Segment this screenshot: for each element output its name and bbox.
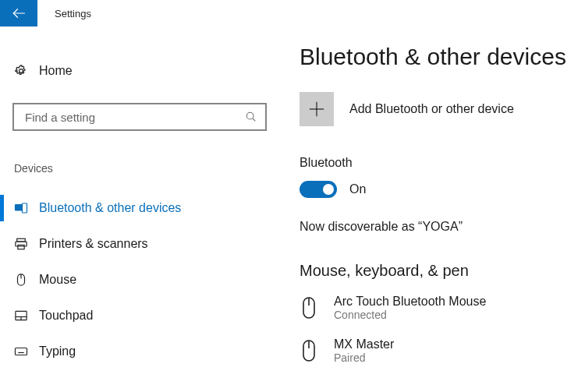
nav-printers-scanners[interactable]: Printers & scanners	[0, 226, 282, 262]
device-status: Paired	[334, 351, 394, 364]
device-name: MX Master	[334, 337, 394, 351]
nav-label: Mouse	[39, 273, 76, 287]
bluetooth-toggle[interactable]	[300, 181, 337, 198]
search-icon	[245, 111, 257, 123]
nav-bluetooth-other-devices[interactable]: Bluetooth & other devices	[0, 190, 282, 226]
search-input[interactable]	[23, 110, 240, 125]
nav-touchpad[interactable]: Touchpad	[0, 298, 282, 334]
search-box[interactable]	[12, 103, 267, 131]
svg-rect-5	[23, 203, 27, 213]
mouse-icon	[300, 339, 318, 362]
mouse-icon	[300, 296, 318, 320]
arrow-left-icon	[12, 6, 26, 20]
device-name: Arc Touch Bluetooth Mouse	[334, 294, 486, 309]
home-label: Home	[39, 64, 73, 78]
home-nav[interactable]: Home	[0, 56, 282, 86]
keyboard-icon	[14, 344, 28, 358]
bluetooth-toggle-state: On	[349, 182, 366, 196]
nav-typing[interactable]: Typing	[0, 334, 282, 369]
mouse-icon	[14, 273, 28, 287]
svg-rect-7	[16, 242, 27, 246]
add-device-label: Add Bluetooth or other device	[349, 102, 514, 116]
nav-label: Typing	[39, 344, 76, 358]
svg-rect-14	[16, 348, 27, 355]
discoverable-status: Now discoverable as “YOGA”	[300, 220, 585, 234]
nav-mouse[interactable]: Mouse	[0, 262, 282, 298]
svg-point-1	[20, 69, 23, 73]
svg-point-2	[246, 112, 254, 119]
nav-label: Bluetooth & other devices	[39, 201, 181, 215]
device-status: Connected	[334, 309, 486, 321]
devices-icon	[14, 201, 28, 215]
nav-label: Touchpad	[39, 309, 93, 323]
category-header: Devices	[0, 162, 282, 175]
svg-rect-8	[18, 245, 24, 249]
device-list-heading: Mouse, keyboard, & pen	[300, 262, 585, 280]
add-device-row[interactable]: Add Bluetooth or other device	[300, 92, 585, 126]
window-title: Settings	[37, 0, 91, 26]
gear-icon	[14, 64, 28, 78]
touchpad-icon	[14, 309, 28, 323]
device-item[interactable]: Arc Touch Bluetooth Mouse Connected	[300, 294, 585, 321]
bluetooth-section-label: Bluetooth	[300, 156, 585, 170]
page-heading: Bluetooth & other devices	[300, 44, 585, 70]
plus-icon	[308, 101, 325, 118]
device-item[interactable]: MX Master Paired	[300, 337, 585, 364]
printer-icon	[14, 237, 28, 251]
svg-line-3	[253, 118, 255, 121]
nav-label: Printers & scanners	[39, 237, 148, 251]
add-device-button[interactable]	[300, 92, 334, 126]
back-button[interactable]	[0, 0, 37, 26]
